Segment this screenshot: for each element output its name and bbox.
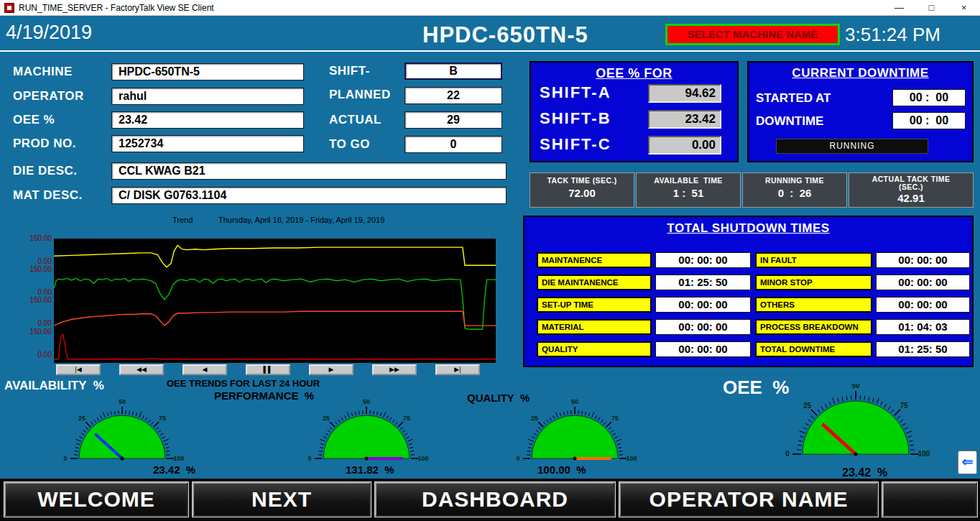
oee-gauge-svg: 0255075100 bbox=[773, 384, 938, 461]
performance-gauge-face bbox=[323, 415, 410, 458]
actual-tack-time-stat: ACTUAL TACK TIME (SEC.) 42.91 bbox=[849, 172, 974, 208]
trend-end-button[interactable]: ▶| bbox=[435, 364, 480, 375]
running-time-stat: RUNNING TIME 0 : 26 bbox=[742, 172, 847, 208]
current-downtime-title: CURRENT DOWNTIME bbox=[749, 66, 972, 80]
svg-text:25: 25 bbox=[323, 415, 330, 422]
close-button[interactable]: × bbox=[948, 0, 980, 16]
performance-section-label: PERFORMANCE % bbox=[214, 389, 314, 402]
trend-axis-label: 0.00 bbox=[20, 288, 52, 296]
machine-status-badge: RUNNING bbox=[776, 139, 928, 154]
oee-gauge-value: 23.42 % bbox=[842, 466, 887, 479]
set-up-time-label: SET-UP TIME bbox=[537, 297, 652, 313]
trend-rewind-button[interactable]: ◀◀ bbox=[119, 364, 164, 375]
dashboard-button[interactable]: DASHBOARD bbox=[375, 482, 615, 517]
oee-shift-panel-title: OEE % FOR bbox=[531, 66, 737, 81]
others-label: OTHERS bbox=[755, 297, 872, 313]
bottom-nav-bar: WELCOME NEXT DASHBOARD OPERATOR NAME bbox=[0, 479, 980, 521]
svg-text:0: 0 bbox=[516, 455, 519, 462]
trend-date-range: Thursday, April 18, 2019 - Friday, April… bbox=[218, 216, 384, 224]
trend-pause-button[interactable]: ▌▌ bbox=[246, 364, 290, 375]
svg-text:25: 25 bbox=[803, 402, 812, 410]
die-maintanence-label: DIE MAINTANENCE bbox=[537, 275, 652, 290]
svg-text:100: 100 bbox=[626, 455, 637, 462]
oee-percent-label: OEE % bbox=[13, 113, 55, 127]
maintanence-label: MAINTANENCE bbox=[537, 252, 652, 268]
machine-value-field: HPDC-650TN-5 bbox=[111, 63, 304, 80]
die-desc-label: DIE DESC. bbox=[13, 164, 78, 178]
minimize-button[interactable]: — bbox=[883, 0, 915, 16]
operator-name-button[interactable]: OPERATOR NAME bbox=[619, 482, 878, 517]
partial-nav-button[interactable] bbox=[882, 482, 977, 517]
svg-text:75: 75 bbox=[159, 415, 166, 422]
material-value: 00: 00: 00 bbox=[655, 319, 751, 335]
screen-nav-arrow-button[interactable]: ⇐ bbox=[958, 451, 977, 474]
availability-gauge-value: 23.42 % bbox=[153, 464, 195, 476]
svg-text:75: 75 bbox=[900, 402, 909, 410]
trend-begin-button[interactable]: |◀ bbox=[56, 364, 101, 375]
svg-text:100: 100 bbox=[173, 455, 184, 462]
actual-tack-time-label: ACTUAL TACK TIME (SEC.) bbox=[849, 175, 973, 191]
available-time-stat: AVAILABLE TIME 1 : 51 bbox=[636, 172, 741, 208]
trend-axis-label: 150.00 bbox=[20, 234, 52, 242]
shift-c-oee-value: 0.00 bbox=[648, 136, 721, 155]
trend-step-forward-button[interactable]: ▶ bbox=[309, 364, 353, 375]
header-divider bbox=[0, 50, 980, 52]
availability-gauge: 0255075100 bbox=[56, 397, 188, 466]
actual-tack-time-value: 42.91 bbox=[849, 192, 973, 204]
quality-gauge-value: 100.00 % bbox=[537, 464, 586, 476]
to-go-value-field: 0 bbox=[405, 136, 502, 153]
tack-time-label: TACK TIME (SEC.) bbox=[530, 177, 634, 185]
trend-series-orange bbox=[54, 311, 496, 326]
next-button[interactable]: NEXT bbox=[193, 482, 371, 517]
svg-text:0: 0 bbox=[63, 455, 67, 462]
performance-gauge: 0255075100 bbox=[300, 397, 433, 466]
svg-text:50: 50 bbox=[851, 384, 860, 389]
shift-b-label: SHIFT-B bbox=[540, 109, 611, 128]
trend-axis-label: 0.00 bbox=[20, 351, 52, 359]
trend-chart bbox=[54, 239, 496, 363]
svg-text:50: 50 bbox=[363, 398, 370, 405]
in-fault-value: 00: 00: 00 bbox=[876, 252, 970, 268]
actual-label: ACTUAL bbox=[329, 113, 382, 127]
trend-axis-label: 0.00 bbox=[20, 319, 52, 327]
performance-gauge-svg: 0255075100 bbox=[300, 397, 433, 466]
prod-no-value-field: 1252734 bbox=[111, 135, 304, 152]
trend-caption: Trend bbox=[172, 216, 193, 224]
quality-gauge-face bbox=[532, 415, 618, 458]
svg-text:0: 0 bbox=[785, 450, 790, 458]
tack-time-value: 72.00 bbox=[530, 187, 634, 199]
running-time-value: 0 : 26 bbox=[743, 187, 846, 199]
shutdown-times-title: TOTAL SHUTDOWN TIMES bbox=[524, 221, 972, 236]
machine-label: MACHINE bbox=[13, 65, 73, 79]
trend-axis-label: 150.00 bbox=[20, 296, 52, 304]
svg-text:75: 75 bbox=[403, 415, 410, 422]
planned-label: PLANNED bbox=[329, 88, 391, 102]
shift-c-label: SHIFT-C bbox=[540, 135, 611, 154]
set-up-time-value: 00: 00: 00 bbox=[655, 297, 751, 313]
svg-text:50: 50 bbox=[119, 398, 126, 405]
select-machine-name-button[interactable]: SELECT MACHINE NAME bbox=[665, 24, 840, 45]
die-maintanence-value: 01: 25: 50 bbox=[655, 275, 751, 290]
available-time-value: 1 : 51 bbox=[637, 187, 740, 199]
quality-gauge: 0255075100 bbox=[509, 397, 641, 466]
trend-axis-label: 150.00 bbox=[20, 328, 52, 336]
svg-text:50: 50 bbox=[571, 398, 578, 405]
current-downtime-panel: CURRENT DOWNTIME STARTED AT 00 : 00 DOWN… bbox=[747, 61, 974, 162]
svg-text:0: 0 bbox=[308, 455, 311, 462]
maximize-button[interactable]: □ bbox=[915, 0, 948, 16]
prod-no-label: PROD NO. bbox=[13, 137, 76, 151]
oee-trends-label: OEE TRENDS FOR LAST 24 HOUR bbox=[167, 378, 320, 389]
trend-step-back-button[interactable]: ◀ bbox=[182, 364, 227, 375]
welcome-button[interactable]: WELCOME bbox=[4, 482, 188, 517]
trend-fast-forward-button[interactable]: ▶▶ bbox=[372, 364, 417, 375]
window-title-bar: RUN_TIME_SERVER - FactoryTalk View SE Cl… bbox=[0, 0, 980, 16]
tack-time-stat: TACK TIME (SEC.) 72.00 bbox=[530, 172, 634, 208]
page-title: HPDC-650TN-5 bbox=[422, 22, 588, 48]
availability-gauge-face bbox=[79, 415, 165, 458]
shift-value-field[interactable]: B bbox=[405, 63, 502, 80]
shutdown-times-panel: TOTAL SHUTDOWN TIMES MAINTANENCE 00: 00:… bbox=[523, 216, 974, 367]
planned-value-field: 22 bbox=[405, 87, 502, 104]
started-at-label: STARTED AT bbox=[756, 91, 831, 106]
downtime-value: 00 : 00 bbox=[892, 112, 966, 129]
oee-gauge-face bbox=[803, 401, 909, 454]
